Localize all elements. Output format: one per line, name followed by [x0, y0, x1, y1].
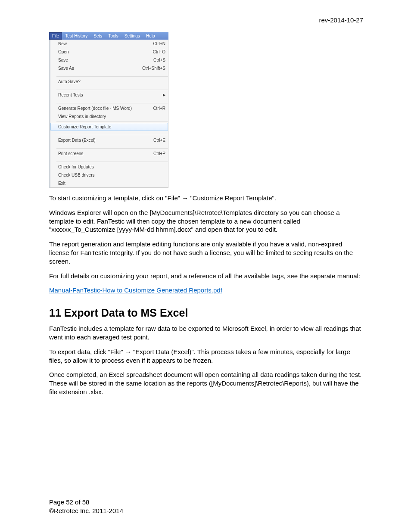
- paragraph: Once completed, an Excel spreadsheet doc…: [49, 370, 363, 396]
- paragraph: To export data, click "File" → "Export D…: [49, 348, 363, 365]
- file-menu-screenshot: FileTest HistorySetsToolsSettingsHelp Ne…: [49, 32, 168, 188]
- paragraph: To start customizing a template, click o…: [49, 194, 363, 202]
- menu-item[interactable]: Check USB drivers: [50, 171, 168, 179]
- menu-item-label: Save As: [58, 66, 139, 71]
- paragraph: The report generation and template editi…: [49, 240, 363, 265]
- menu-item-shortcut: Ctrl+N: [149, 41, 165, 46]
- menu-item-shortcut: Ctrl+R: [149, 106, 165, 111]
- menu-item-shortcut: Ctrl+P: [150, 151, 165, 156]
- menu-item-label: Auto Save?: [58, 79, 165, 84]
- menu-item[interactable]: Export Data (Excel)Ctrl+E: [50, 136, 168, 144]
- paragraph: For full details on customizing your rep…: [49, 272, 363, 280]
- menu-item[interactable]: Save AsCtrl+Shift+S: [50, 64, 168, 72]
- menubar-item[interactable]: Tools: [105, 32, 121, 40]
- menu-item-label: Export Data (Excel): [58, 138, 150, 143]
- menu-item-shortcut: Ctrl+S: [150, 58, 165, 62]
- menu-item[interactable]: Generate Report (docx file - MS Word)Ctr…: [50, 104, 168, 112]
- revision-header: rev-2014-10-27: [49, 16, 363, 24]
- menubar-item[interactable]: Sets: [90, 32, 105, 40]
- menubar: FileTest HistorySetsToolsSettingsHelp: [49, 32, 168, 40]
- copyright: ©Retrotec Inc. 2011-2014: [49, 507, 123, 515]
- menu-item-label: Check for Updates: [58, 165, 165, 169]
- menu-item[interactable]: View Reports in directory: [50, 112, 168, 121]
- paragraph: Windows Explorer will open on the [MyDoc…: [49, 208, 363, 234]
- paragraph: FanTestic includes a template for raw da…: [49, 324, 363, 342]
- page-number: Page 52 of 58: [49, 498, 123, 507]
- menu-item-shortcut: Ctrl+O: [149, 50, 165, 54]
- menu-item-label: Open: [58, 50, 149, 54]
- menubar-item[interactable]: Test History: [62, 32, 90, 40]
- menu-item[interactable]: SaveCtrl+S: [50, 56, 168, 64]
- chevron-right-icon: ▶: [160, 93, 165, 97]
- menu-item-label: Exit: [58, 181, 165, 186]
- menu-item-shortcut: Ctrl+Shift+S: [139, 66, 165, 71]
- manual-link[interactable]: Manual-FanTestic-How to Customize Genera…: [49, 286, 222, 294]
- page-footer: Page 52 of 58 ©Retrotec Inc. 2011-2014: [49, 498, 123, 515]
- menu-item-label: New: [58, 41, 149, 46]
- menu-item-label: Check USB drivers: [58, 173, 165, 177]
- menu-item[interactable]: OpenCtrl+O: [50, 48, 168, 56]
- menu-item[interactable]: NewCtrl+N: [50, 40, 168, 48]
- menu-item[interactable]: Print screensCtrl+P: [50, 149, 168, 158]
- menu-item-label: Save: [58, 58, 150, 62]
- menubar-item[interactable]: Settings: [121, 32, 143, 40]
- menu-item[interactable]: Auto Save?: [50, 78, 168, 86]
- menu-item-label: Print screens: [58, 151, 150, 156]
- menu-item[interactable]: Customize Report Template: [50, 123, 168, 131]
- menu-item[interactable]: Recent Tests▶: [50, 91, 168, 99]
- menu-item[interactable]: Check for Updates: [50, 163, 168, 171]
- menu-item-label: View Reports in directory: [58, 114, 165, 119]
- menubar-item[interactable]: Help: [143, 32, 158, 40]
- menu-item-label: Generate Report (docx file - MS Word): [58, 106, 149, 111]
- menu-item[interactable]: Exit: [50, 179, 168, 187]
- section-heading: 11 Export Data to MS Excel: [49, 307, 363, 319]
- file-dropdown: NewCtrl+NOpenCtrl+OSaveCtrl+SSave AsCtrl…: [49, 40, 168, 188]
- menu-item-shortcut: Ctrl+E: [150, 138, 165, 143]
- menu-item-label: Recent Tests: [58, 93, 160, 97]
- menu-item-label: Customize Report Template: [58, 124, 165, 129]
- menubar-item[interactable]: File: [49, 32, 62, 40]
